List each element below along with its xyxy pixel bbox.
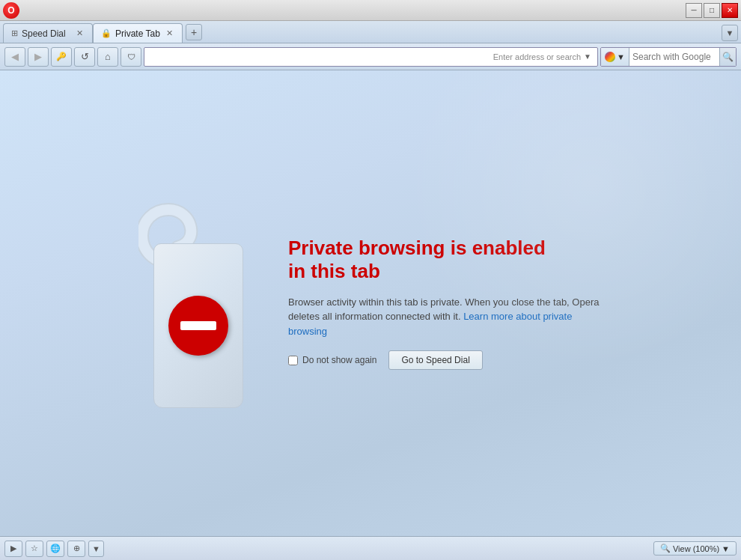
private-content: Private browsing is enabled in this tab … bbox=[124, 183, 618, 423]
private-description: Browser activity within this tab is priv… bbox=[288, 295, 603, 339]
tab-menu-button[interactable]: ▼ bbox=[722, 25, 738, 41]
status-btn-1[interactable]: ▶ bbox=[4, 541, 22, 557]
address-bar[interactable]: Enter address or search ▼ bbox=[144, 47, 598, 67]
key-button[interactable]: 🔑 bbox=[51, 47, 72, 67]
do-not-show-text: Do not show again bbox=[302, 355, 376, 365]
private-tab-close[interactable]: ✕ bbox=[164, 28, 174, 39]
speed-dial-tab-label: Speed Dial bbox=[22, 28, 66, 39]
view-icon: 🔍 bbox=[660, 544, 671, 553]
status-btn-3[interactable]: 🌐 bbox=[46, 541, 64, 557]
go-to-speed-dial-button[interactable]: Go to Speed Dial bbox=[388, 350, 482, 370]
do-not-show-checkbox[interactable] bbox=[288, 356, 298, 365]
tab-toolbar-right: ▼ bbox=[722, 25, 738, 43]
title-bar: O ─ □ ✕ bbox=[0, 0, 741, 21]
speed-dial-tab-close[interactable]: ✕ bbox=[74, 28, 85, 39]
address-input[interactable] bbox=[147, 52, 493, 62]
door-hanger-icon bbox=[138, 198, 258, 408]
status-btn-2[interactable]: ☆ bbox=[25, 541, 43, 557]
content-area: Private browsing is enabled in this tab … bbox=[0, 70, 741, 536]
search-input[interactable] bbox=[629, 52, 719, 62]
status-right: 🔍 View (100%) ▼ bbox=[653, 541, 737, 556]
do-not-show-label[interactable]: Do not show again bbox=[288, 355, 376, 365]
view-zoom-button[interactable]: 🔍 View (100%) ▼ bbox=[653, 541, 737, 556]
search-bar: ▼ 🔍 bbox=[600, 47, 737, 67]
status-btn-4[interactable]: ⊕ bbox=[67, 541, 85, 557]
security-button[interactable]: 🛡 bbox=[121, 47, 141, 67]
back-button[interactable]: ◀ bbox=[4, 47, 25, 67]
view-label: View (100%) bbox=[673, 544, 719, 553]
maximize-button[interactable]: □ bbox=[704, 3, 720, 18]
private-heading: Private browsing is enabled in this tab bbox=[288, 237, 603, 283]
address-hint: Enter address or search bbox=[493, 52, 581, 61]
status-bar: ▶ ☆ 🌐 ⊕ ▼ 🔍 View (100%) ▼ bbox=[0, 536, 741, 560]
no-entry-bar bbox=[180, 321, 216, 330]
tab-speed-dial[interactable]: ⊞ Speed Dial ✕ bbox=[3, 23, 93, 43]
private-tab-label: Private Tab bbox=[115, 28, 160, 39]
forward-button[interactable]: ▶ bbox=[28, 47, 49, 67]
no-entry-sign bbox=[168, 296, 228, 356]
reload-button[interactable]: ↺ bbox=[74, 47, 95, 67]
tab-bar: ⊞ Speed Dial ✕ 🔒 Private Tab ✕ + ▼ bbox=[0, 21, 741, 43]
private-tab-icon: 🔒 bbox=[101, 28, 112, 38]
search-dropdown-arrow: ▼ bbox=[617, 52, 625, 61]
status-btn-5[interactable]: ▼ bbox=[88, 541, 104, 557]
tab-private[interactable]: 🔒 Private Tab ✕ bbox=[93, 23, 183, 43]
title-bar-left: O bbox=[3, 2, 19, 19]
window-controls: ─ □ ✕ bbox=[686, 3, 738, 18]
private-text: Private browsing is enabled in this tab … bbox=[288, 237, 603, 371]
new-tab-button[interactable]: + bbox=[186, 24, 202, 40]
address-dropdown-icon[interactable]: ▼ bbox=[584, 52, 594, 61]
nav-bar: ◀ ▶ 🔑 ↺ ⌂ 🛡 Enter address or search ▼ ▼ … bbox=[0, 43, 741, 70]
status-left: ▶ ☆ 🌐 ⊕ ▼ bbox=[4, 541, 104, 557]
google-icon bbox=[605, 52, 615, 62]
close-button[interactable]: ✕ bbox=[722, 3, 738, 18]
search-go-button[interactable]: 🔍 bbox=[719, 48, 736, 66]
hanger-body bbox=[153, 243, 243, 408]
view-dropdown-icon: ▼ bbox=[722, 544, 730, 553]
speed-dial-tab-icon: ⊞ bbox=[11, 28, 18, 38]
home-button[interactable]: ⌂ bbox=[97, 47, 118, 67]
search-engine-button[interactable]: ▼ bbox=[601, 48, 629, 66]
minimize-button[interactable]: ─ bbox=[686, 3, 702, 18]
private-actions: Do not show again Go to Speed Dial bbox=[288, 350, 603, 370]
opera-logo: O bbox=[3, 2, 19, 19]
